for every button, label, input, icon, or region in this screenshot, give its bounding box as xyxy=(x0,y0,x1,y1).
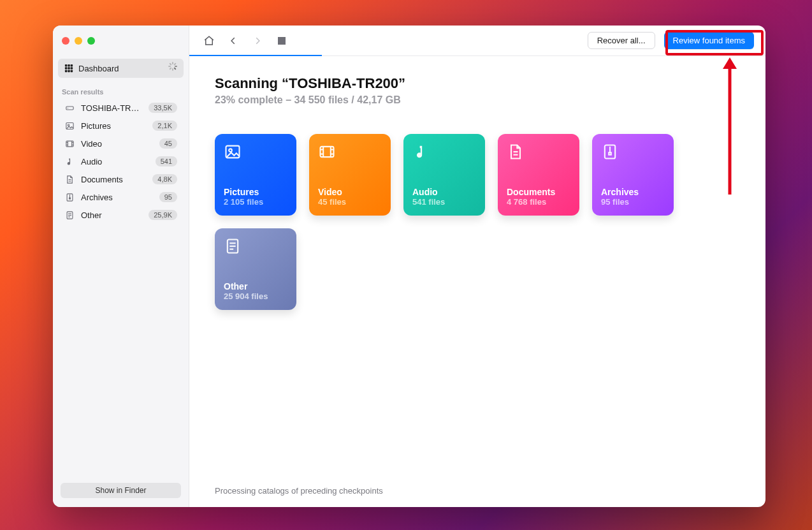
svg-rect-24 xyxy=(69,198,70,199)
sidebar: Dashboard Scan results TOSHIBA-TR20033,5… xyxy=(53,26,189,507)
status-bar: Processing catalogs of preceding checkpo… xyxy=(189,476,765,507)
archive-icon xyxy=(64,192,75,202)
other-icon xyxy=(64,210,75,220)
recover-all-button[interactable]: Recover all... xyxy=(588,32,655,49)
sidebar-item-count: 33,5K xyxy=(149,103,177,113)
sidebar-item-archives[interactable]: Archives95 xyxy=(58,189,184,205)
sidebar-dashboard-label: Dashboard xyxy=(78,64,163,73)
zoom-window-button[interactable] xyxy=(87,37,95,45)
svg-rect-8 xyxy=(71,70,73,73)
review-found-items-button[interactable]: Review found items xyxy=(664,32,754,49)
sidebar-dashboard[interactable]: Dashboard xyxy=(58,59,184,78)
video-icon xyxy=(64,138,75,149)
sidebar-item-label: Archives xyxy=(81,193,153,202)
card-title: Video xyxy=(318,187,382,197)
svg-point-31 xyxy=(229,149,232,152)
svg-rect-13 xyxy=(66,141,73,147)
card-title: Pictures xyxy=(224,187,287,197)
card-subtitle: 541 files xyxy=(412,197,476,207)
sidebar-section-title: Scan results xyxy=(53,78,189,99)
category-card-archives[interactable]: Archives95 files xyxy=(592,134,674,216)
sidebar-item-documents[interactable]: Documents4,8K xyxy=(58,171,184,188)
content-area: Scanning “TOSHIBA-TR200” 23% complete – … xyxy=(189,56,765,476)
scan-title: Scanning “TOSHIBA-TR200” xyxy=(215,75,740,92)
svg-rect-7 xyxy=(68,70,70,73)
sidebar-item-count: 2,1K xyxy=(152,121,177,131)
show-in-finder-button[interactable]: Show in Finder xyxy=(61,483,181,498)
back-button[interactable] xyxy=(222,32,244,50)
card-subtitle: 25 904 files xyxy=(224,291,287,301)
picture-icon xyxy=(64,121,75,131)
svg-point-10 xyxy=(67,107,68,108)
sidebar-item-pictures[interactable]: Pictures2,1K xyxy=(58,117,184,134)
svg-rect-0 xyxy=(65,64,68,67)
card-subtitle: 95 files xyxy=(601,197,665,207)
stop-scan-button[interactable] xyxy=(271,32,293,50)
category-card-video[interactable]: Video45 files xyxy=(309,134,391,216)
titlebar xyxy=(53,26,189,56)
svg-rect-4 xyxy=(68,67,70,70)
sidebar-item-label: TOSHIBA-TR200 xyxy=(81,103,142,113)
toolbar: Recover all... Review found items xyxy=(189,26,765,56)
sidebar-item-audio[interactable]: Audio541 xyxy=(58,153,184,170)
spinner-icon xyxy=(168,64,177,73)
card-subtitle: 2 105 files xyxy=(224,197,287,207)
svg-rect-2 xyxy=(71,64,73,67)
svg-rect-1 xyxy=(68,64,70,67)
svg-rect-5 xyxy=(71,67,73,70)
sidebar-item-label: Pictures xyxy=(81,121,146,131)
sidebar-item-count: 95 xyxy=(159,192,177,202)
video-icon xyxy=(318,143,336,161)
sidebar-item-label: Audio xyxy=(81,157,149,166)
home-button[interactable] xyxy=(198,32,220,50)
audio-icon xyxy=(64,156,75,166)
drive-icon xyxy=(64,103,75,113)
sidebar-item-label: Video xyxy=(81,139,153,149)
close-window-button[interactable] xyxy=(62,37,69,45)
sidebar-item-count: 4,8K xyxy=(152,174,177,184)
sidebar-item-count: 25,9K xyxy=(149,210,177,220)
svg-rect-32 xyxy=(321,147,334,157)
scan-progress-bar xyxy=(189,55,322,56)
card-title: Documents xyxy=(507,187,570,197)
audio-icon xyxy=(412,143,430,161)
forward-button[interactable] xyxy=(247,32,268,50)
svg-rect-29 xyxy=(278,37,286,45)
sidebar-item-label: Other xyxy=(81,210,142,220)
card-title: Audio xyxy=(412,187,476,197)
document-icon xyxy=(64,174,75,184)
card-title: Other xyxy=(224,281,287,291)
svg-rect-6 xyxy=(65,70,68,73)
scan-subtitle: 23% complete – 34 550 files / 42,17 GB xyxy=(215,94,740,106)
app-window: Dashboard Scan results TOSHIBA-TR20033,5… xyxy=(53,26,765,507)
sidebar-item-label: Documents xyxy=(81,175,146,184)
category-card-documents[interactable]: Documents4 768 files xyxy=(498,134,579,216)
svg-point-12 xyxy=(68,124,69,126)
card-title: Archives xyxy=(601,187,665,197)
category-card-audio[interactable]: Audio541 files xyxy=(403,134,485,216)
minimize-window-button[interactable] xyxy=(75,37,82,45)
svg-rect-9 xyxy=(66,107,73,110)
sidebar-item-count: 541 xyxy=(156,156,177,166)
svg-rect-3 xyxy=(65,67,68,70)
archive-icon xyxy=(601,143,619,161)
category-card-pictures[interactable]: Pictures2 105 files xyxy=(215,134,296,216)
sidebar-item-other[interactable]: Other25,9K xyxy=(58,207,184,223)
card-subtitle: 45 files xyxy=(318,197,382,207)
other-icon xyxy=(224,237,242,255)
svg-rect-43 xyxy=(609,152,611,155)
document-icon xyxy=(507,143,525,161)
card-subtitle: 4 768 files xyxy=(507,197,570,207)
picture-icon xyxy=(224,143,242,161)
sidebar-item-video[interactable]: Video45 xyxy=(58,135,184,152)
sidebar-item-toshiba-tr200[interactable]: TOSHIBA-TR20033,5K xyxy=(58,99,184,116)
category-card-other[interactable]: Other25 904 files xyxy=(215,228,296,310)
sidebar-item-count: 45 xyxy=(159,138,177,149)
main-panel: Recover all... Review found items Scanni… xyxy=(189,26,765,507)
grid-icon xyxy=(64,64,73,73)
